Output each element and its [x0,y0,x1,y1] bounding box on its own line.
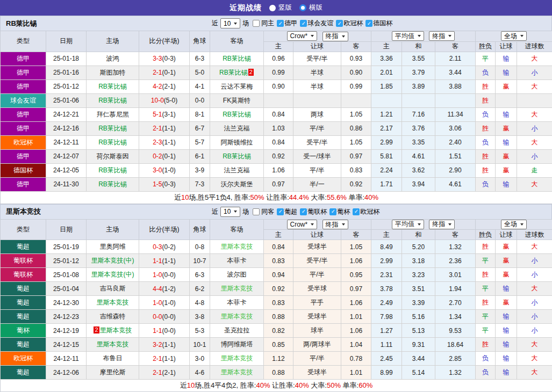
odds-home-cell: 1.03 [264,121,293,135]
league-filter-label: 德甲 [284,19,297,28]
league-filter-4[interactable]: ✓德国杯 [365,19,392,28]
away-team-cell: 法兰克福 [210,163,264,177]
league-filter-4[interactable]: ✓欧冠杯 [353,207,379,216]
fulltime-score: 0-2 [153,153,162,160]
league-filter-2[interactable]: ✓球会友谊 [300,19,333,28]
halftime-score: (1-2) [162,285,176,293]
home-team-cell: 2里斯本竞技 [87,324,139,338]
league-filter-3[interactable]: ✓欧冠杯 [336,19,363,28]
avg-stage-select[interactable]: 终指 [429,220,455,229]
goals-result-cell: 大 [517,352,552,366]
avg-home-cell: 2.01 [371,66,402,79]
match-type-cell: 葡联杯 [1,254,46,268]
odds-stage-select[interactable]: 终指 [322,220,348,229]
avg-away-cell: 2.70 [435,296,476,310]
handicap-result-cell: 赢 [496,240,517,254]
odds-provider-select[interactable]: Crow* [287,220,318,229]
summary-part: 50% [250,193,264,201]
same-venue-checkbox[interactable]: 同主 [253,19,274,28]
scope-select[interactable]: 全场 [501,220,527,229]
home-team-cell: 荷尔斯泰因 [87,149,139,163]
odds-provider-select[interactable]: Crow* [287,31,318,41]
handicap-line-cell: 受平/半 [293,52,341,66]
team-name-text: 本菲卡 [227,257,247,264]
match-row: 葡超24-12-23吉维森特0-0(0-0)3-8里斯本竞技0.88受球半1.0… [1,310,552,324]
same-venue-checkbox[interactable]: 同客 [253,207,274,216]
match-type-cell: 葡超 [1,282,46,296]
summary-row: 近10场,胜4平4负2, 胜率:40% 让胜率:40% 大率:50% 单率:60… [1,380,552,392]
handicap-result-cell: 输 [496,310,517,324]
goals-result-cell: 小 [517,121,552,135]
goals-result-cell: 大 [517,79,552,93]
team-name-text: 里斯本竞技 [97,340,129,348]
match-date: 25-01-12 [46,254,87,268]
goals-result-cell: 大 [517,52,552,66]
away-team-cell: RB莱比锡 [210,149,264,163]
team-name-text: 里斯本竞技(中) [91,271,134,278]
subcol-odds-home: 主 [264,230,293,240]
match-row: 葡超24-12-06摩里伦斯2-1(2-1)4-6里斯本竞技0.88受球半1.0… [1,366,552,380]
team-name-text: 布鲁日 [103,354,123,362]
score-cell: 4-2(2-1) [139,79,190,93]
fulltime-score: 1-0 [153,271,162,279]
avg-draw-cell: 3.55 [402,52,435,66]
league-filter-1[interactable]: ✓德甲 [277,19,297,28]
match-date: 24-12-15 [46,338,87,352]
halftime-score: (0-3) [162,180,176,188]
chevron-down-icon [418,223,421,226]
avg-home-cell: 2.99 [371,135,402,149]
match-count-select[interactable]: 10 [220,18,240,28]
home-team-cell: 吉马良斯 [87,282,139,296]
fulltime-score: 1-1 [153,327,162,335]
scope-group-header: 全场 [476,219,552,230]
score-cell: 1-1(0-0) [139,324,190,338]
odds-stage-select[interactable]: 终指 [322,32,348,41]
fulltime-score: 2-3 [153,139,162,146]
league-filter-2[interactable]: ✓葡联杯 [300,207,327,216]
handicap-line-cell: 受平/半 [293,254,341,268]
handicap-line-cell: 受球半 [293,366,341,380]
team-name-text: 波鸿 [106,55,119,62]
fulltime-score: 2-1 [153,369,162,376]
odds-group-header: Crow* 终指 [264,219,371,230]
away-team-cell: 法兰克福 [210,121,264,135]
odds-away-cell: 0.95 [341,268,371,282]
scope-select[interactable]: 全场 [501,31,527,41]
match-type-cell: 欧冠杯 [1,135,46,149]
league-filter-label: 葡超 [284,207,297,216]
avg-away-cell: 3.88 [435,79,476,93]
avg-type-select[interactable]: 平均值 [392,220,424,229]
match-row: 德国杯24-12-05RB莱比锡3-0(1-0)3-9法兰克福1.06平/半0.… [1,163,552,177]
away-team-cell: 里斯本竞技 [210,310,264,324]
col-header-date: 日期 [46,219,87,240]
halftime-score: (3-1) [162,111,176,118]
team-name-text: 圣克拉拉 [224,326,250,334]
team-name-text: 里斯本竞技 [97,299,129,306]
team-name-text: 拜仁慕尼黑 [97,111,129,118]
odds-home-cell: 0.82 [264,324,293,338]
radio-horizontal-layout[interactable]: 横版 [299,3,322,12]
corner-cell: 4-1 [190,79,210,93]
match-date: 24-12-21 [46,107,87,121]
radio-vertical-layout[interactable]: 竖版 [269,3,292,12]
match-count-select[interactable]: 10 [220,207,240,217]
corner-cell: 10-1 [190,338,210,352]
team-section: 里斯本竞技 近 10 场 同客 ✓葡超✓葡联杯✓葡杯✓欧冠杯 [0,204,552,392]
avg-stage-select[interactable]: 终指 [429,31,455,41]
radio-icon [269,5,276,11]
league-filter-1[interactable]: ✓葡超 [277,207,297,216]
match-row: 德甲25-01-12RB莱比锡4-2(2-1)4-1云达不莱梅0.90半球0.9… [1,79,552,93]
halftime-score: (1-1) [162,257,176,265]
topbar: 近期战绩 竖版 横版 [0,0,552,16]
league-filter-3[interactable]: ✓葡杯 [329,207,350,216]
avg-away-cell: 2.85 [435,352,476,366]
avg-type-select[interactable]: 平均值 [392,31,424,41]
handicap-result-cell: 输 [496,282,517,296]
home-team-cell: RB莱比锡 [87,177,139,191]
match-count-value: 10 [224,20,231,27]
handicap-line-cell: 两球 [293,107,341,121]
summary-part: 场,胜4平4负2, 胜率: [195,381,256,389]
avg-home-cell: 3.78 [371,282,402,296]
league-filter-label: 球会友谊 [307,19,333,28]
summary-line: 近10场,胜4平4负2, 胜率:40% 让胜率:40% 大率:50% 单率:60… [1,380,552,392]
